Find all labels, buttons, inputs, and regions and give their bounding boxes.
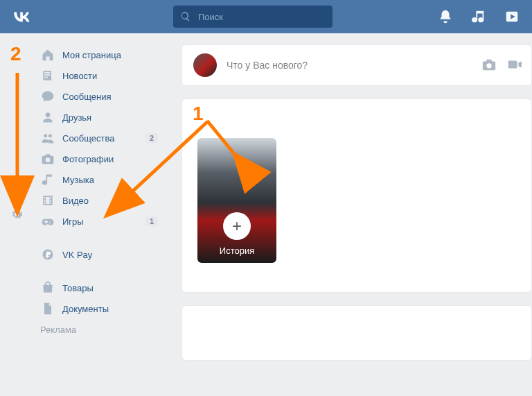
compose-placeholder[interactable]: Что у Вас нового? xyxy=(227,60,308,71)
sidebar: Моя страница Новости Сообщения Друзья Со… xyxy=(33,44,161,361)
sidebar-item-profile[interactable]: Моя страница xyxy=(36,44,161,65)
vk-logo[interactable] xyxy=(8,6,35,27)
badge: 1 xyxy=(145,216,158,226)
story-add-card[interactable]: + История xyxy=(197,138,276,263)
compose-attachments xyxy=(481,57,522,74)
page-body: Моя страница Новости Сообщения Друзья Со… xyxy=(0,33,532,361)
app-root: Моя страница Новости Сообщения Друзья Со… xyxy=(0,0,532,396)
notifications-icon[interactable] xyxy=(438,9,453,24)
sidebar-label: Моя страница xyxy=(62,50,121,60)
stories-block: + История xyxy=(181,98,532,293)
sidebar-label: Музыка xyxy=(62,175,94,185)
sidebar-label: Новости xyxy=(62,71,97,81)
newspaper-icon xyxy=(40,68,55,83)
sidebar-label: Видео xyxy=(62,196,89,206)
sidebar-item-video[interactable]: Видео xyxy=(36,190,161,211)
gear-icon[interactable] xyxy=(10,208,23,223)
sidebar-label: VK Pay xyxy=(62,250,92,260)
document-icon xyxy=(40,301,55,316)
sidebar-label: Сообщества xyxy=(62,133,115,144)
users-icon xyxy=(40,130,55,146)
video-icon[interactable] xyxy=(506,57,522,74)
sidebar-item-market[interactable]: Товары xyxy=(36,277,161,298)
sidebar-label: Игры xyxy=(62,216,84,227)
sidebar-label: Товары xyxy=(62,283,94,293)
compose-box[interactable]: Что у Вас нового? xyxy=(181,44,532,86)
home-icon xyxy=(40,47,55,62)
sidebar-item-docs[interactable]: Документы xyxy=(36,298,161,319)
avatar[interactable] xyxy=(193,53,217,77)
main-content: Что у Вас нового? + История xyxy=(181,44,532,361)
film-icon xyxy=(40,193,55,208)
search-icon xyxy=(180,11,191,22)
feed-block xyxy=(181,305,532,361)
header-actions xyxy=(438,9,520,24)
badge: 2 xyxy=(145,133,158,143)
bag-icon xyxy=(40,280,55,295)
story-label: История xyxy=(220,246,254,256)
sidebar-label: Друзья xyxy=(62,112,91,123)
sidebar-label: Сообщения xyxy=(62,92,112,102)
plus-icon: + xyxy=(223,212,251,240)
left-gutter xyxy=(0,44,33,361)
sidebar-label: Документы xyxy=(62,304,109,314)
sidebar-ads[interactable]: Реклама xyxy=(36,319,161,335)
sidebar-item-games[interactable]: Игры 1 xyxy=(36,211,161,232)
video-play-icon[interactable] xyxy=(504,9,520,24)
camera-icon xyxy=(40,151,55,166)
sidebar-item-music[interactable]: Музыка xyxy=(36,169,161,190)
note-icon xyxy=(40,172,55,187)
sidebar-item-news[interactable]: Новости xyxy=(36,65,161,86)
sidebar-item-vkpay[interactable]: VK Pay xyxy=(36,244,161,265)
chat-icon xyxy=(40,89,55,104)
search-input[interactable] xyxy=(197,11,326,23)
header-bar xyxy=(0,0,532,33)
user-icon xyxy=(40,110,55,125)
music-icon[interactable] xyxy=(471,9,486,24)
search-field[interactable] xyxy=(173,6,332,28)
camera-icon[interactable] xyxy=(481,57,497,74)
sidebar-label: Фотографии xyxy=(62,154,114,164)
sidebar-item-photos[interactable]: Фотографии xyxy=(36,148,161,169)
sidebar-item-friends[interactable]: Друзья xyxy=(36,107,161,128)
ruble-icon xyxy=(40,247,55,262)
gamepad-icon xyxy=(40,214,55,229)
sidebar-item-messages[interactable]: Сообщения xyxy=(36,86,161,107)
sidebar-item-groups[interactable]: Сообщества 2 xyxy=(36,128,161,148)
